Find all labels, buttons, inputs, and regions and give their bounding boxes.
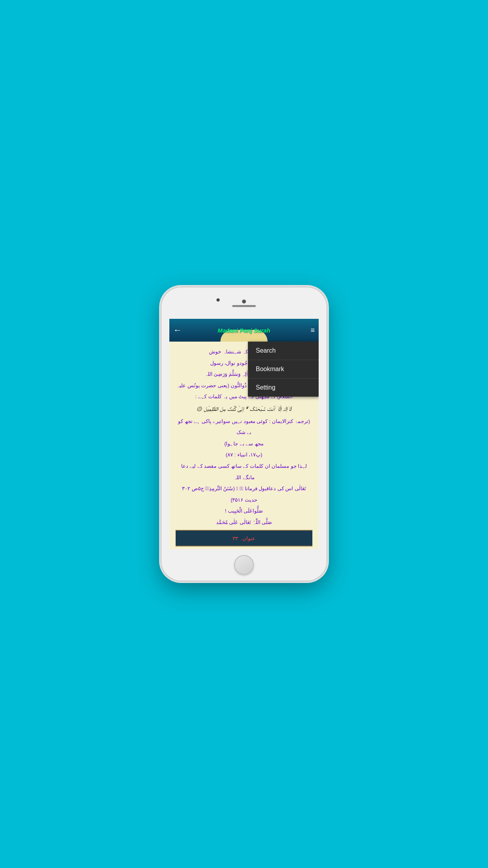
camera-dot [242,300,246,303]
urdu-content-2: (ترجمۂ کنزالایمان : کوئی معبود نہیں سوات… [176,416,312,528]
dropdown-item-setting[interactable]: Setting [248,379,319,397]
phone-frame: ← Madani Panj Surah ≡ Search Bookmark Se… [161,287,327,581]
app-header: ← Madani Panj Surah ≡ [169,319,319,342]
dropdown-item-bookmark[interactable]: Bookmark [248,360,319,379]
back-button[interactable]: ← [173,325,182,335]
section-header: عنوان۔ ۳۳ [176,530,312,546]
front-camera [216,298,220,302]
dropdown-item-search[interactable]: Search [248,342,319,360]
phone-top [161,287,327,319]
arabic-content: لَاۤاِلٰہَ اِلَّاۤ اَنۡتَ سُبۡحٰنَکَ ٭ۖ … [176,403,312,416]
section-content: ،،مُصطفٰی،، کے پانچ حروف کی نسبت سے سوتے… [176,548,312,550]
menu-button[interactable]: ≡ [310,326,315,335]
section-header-text: عنوان۔ ۳۳ [233,535,256,541]
phone-screen: ← Madani Panj Surah ≡ Search Bookmark Se… [169,319,319,549]
app-title: Madani Panj Surah [218,327,270,334]
phone-bottom [161,549,327,581]
speaker-bar [232,305,256,307]
dropdown-menu: Search Bookmark Setting [248,342,319,397]
home-button[interactable] [234,555,254,575]
